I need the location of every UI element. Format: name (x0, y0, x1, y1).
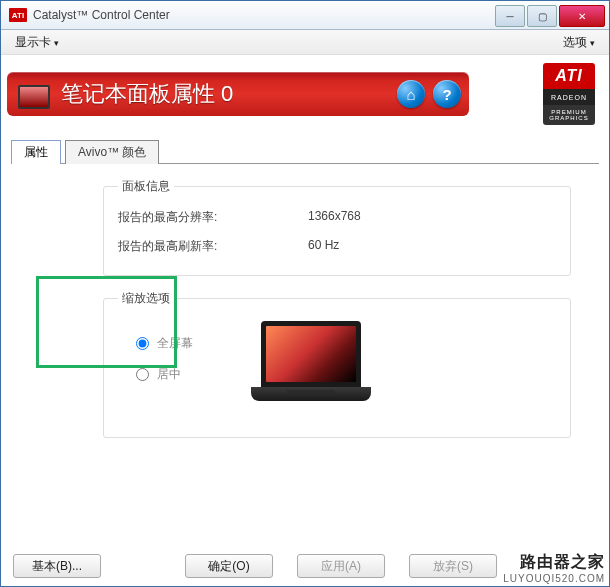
maximize-button[interactable]: ▢ (527, 5, 557, 27)
panel-info-group: 面板信息 报告的最高分辨率: 1366x768 报告的最高刷新率: 60 Hz (103, 178, 571, 276)
scaling-options-group: 缩放选项 全屏幕 居中 (103, 290, 571, 438)
scaling-options-legend: 缩放选项 (118, 290, 174, 307)
header-band: 笔记本面板属性 0 ⌂ ? (7, 72, 469, 116)
laptop-preview-image (251, 321, 371, 417)
panel-info-legend: 面板信息 (118, 178, 174, 195)
window-title: Catalyst™ Control Center (33, 8, 493, 22)
laptop-icon (17, 79, 51, 109)
max-resolution-label: 报告的最高分辨率: (118, 209, 308, 226)
max-resolution-value: 1366x768 (308, 209, 361, 226)
tab-bar: 属性 Avivo™ 颜色 (1, 133, 609, 163)
radio-fullscreen[interactable]: 全屏幕 (136, 335, 193, 352)
dialog-button-bar: 基本(B)... 确定(O) 应用(A) 放弃(S) (1, 554, 609, 578)
apply-button[interactable]: 应用(A) (297, 554, 385, 578)
menu-bar: 显示卡 选项 (1, 30, 609, 55)
ati-logo-icon: ATI (9, 8, 27, 22)
radio-centered[interactable]: 居中 (136, 366, 193, 383)
radio-centered-input[interactable] (136, 368, 149, 381)
minimize-button[interactable]: ─ (495, 5, 525, 27)
discard-button[interactable]: 放弃(S) (409, 554, 497, 578)
max-refresh-label: 报告的最高刷新率: (118, 238, 308, 255)
window-titlebar: ATI Catalyst™ Control Center ─ ▢ ✕ (1, 1, 609, 30)
basic-button[interactable]: 基本(B)... (13, 554, 101, 578)
ok-button[interactable]: 确定(O) (185, 554, 273, 578)
help-button[interactable]: ? (433, 80, 461, 108)
home-button[interactable]: ⌂ (397, 80, 425, 108)
radio-fullscreen-input[interactable] (136, 337, 149, 350)
menu-options[interactable]: 选项 (557, 32, 601, 53)
menu-display-card[interactable]: 显示卡 (9, 33, 65, 51)
tab-avivo-color[interactable]: Avivo™ 颜色 (65, 140, 159, 164)
page-title: 笔记本面板属性 0 (61, 79, 397, 109)
tab-properties[interactable]: 属性 (11, 140, 61, 164)
close-button[interactable]: ✕ (559, 5, 605, 27)
max-refresh-value: 60 Hz (308, 238, 339, 255)
ati-brand-logo: ATI RADEON PREMIUMGRAPHICS (539, 57, 599, 131)
